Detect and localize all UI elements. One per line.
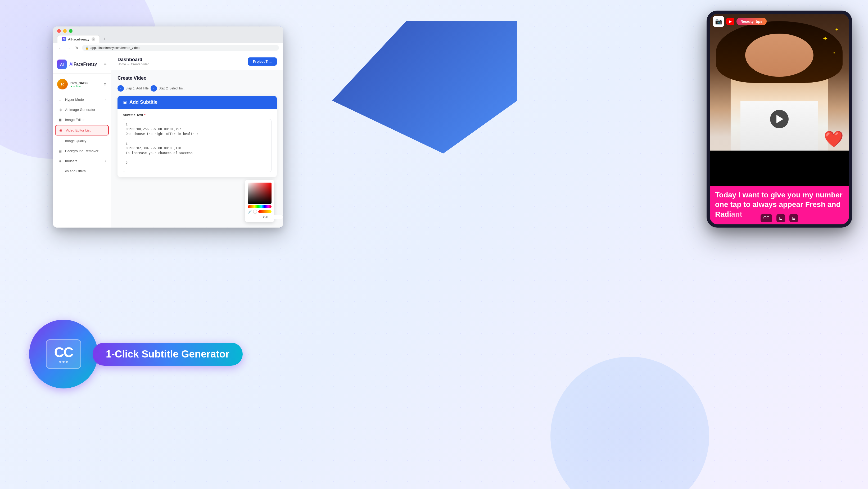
step-1: ✓ Step 1 Add Title: [118, 85, 149, 92]
project-trial-btn[interactable]: Project Tr...: [248, 57, 277, 66]
sidebar-item-ai-image-generator[interactable]: ◎ AI Image Generator: [55, 105, 109, 114]
cc-dot-2: [62, 361, 65, 363]
instagram-icon: 📷: [713, 16, 724, 27]
offers-icon: [58, 169, 62, 173]
caption-toggle-btn[interactable]: CC: [761, 214, 772, 222]
settings-icon[interactable]: ⚙: [103, 82, 107, 86]
logo-area: AI AIFaceFrenzy ✏: [53, 57, 111, 73]
step-2-circle: ✓: [151, 85, 157, 92]
subusers-icon: ◈: [58, 158, 62, 163]
tablet-screen: 📷 ▶ /beauty_tips ✦ ✦ ✦ ❤️ Today I want t…: [710, 14, 849, 224]
sidebar: AI AIFaceFrenzy ✏ R ram_rawat ● online ⚙…: [53, 53, 111, 227]
rgb-inputs-row: G: [248, 215, 272, 219]
logo-brand: AI: [69, 62, 73, 66]
header-info: Dashboard Home → Create Video: [118, 57, 150, 66]
browser-dots: [57, 29, 279, 33]
address-bar[interactable]: 🔒 app.aifacefrenzy.com/create_video: [82, 45, 279, 51]
logo-text: AIFaceFrenzy: [69, 62, 97, 67]
browser-tabs: AI AIFaceFrenzy × +: [57, 35, 279, 43]
subtitle-text-label: Subtitle Text *: [123, 113, 272, 117]
play-button[interactable]: [770, 110, 788, 128]
subtitle-card-header: ▣ Add Subtitle: [118, 96, 277, 109]
sidebar-label-ai-image: AI Image Generator: [65, 108, 95, 112]
subtitle-generator-label: 1-Click Subtitle Generator: [93, 343, 243, 366]
add-subtitle-heading: Add Subtitle: [129, 99, 157, 105]
header-title: Dashboard: [118, 57, 150, 62]
color-alpha-slider[interactable]: [258, 210, 272, 213]
create-video-area: Create Video ✓ Step 1 Add Title ✓: [111, 70, 283, 227]
sidebar-label-offers: es and Offers: [65, 169, 86, 173]
image-quality-icon: □: [58, 139, 62, 143]
main-content: Dashboard Home → Create Video Project Tr…: [111, 53, 283, 227]
share-btn[interactable]: ⊞: [789, 214, 798, 222]
logo-edit-icon[interactable]: ✏: [104, 62, 107, 66]
user-area: R ram_rawat ● online ⚙: [53, 77, 111, 92]
add-subtitle-card: ▣ Add Subtitle Subtitle Text * 1 00:00:0…: [118, 96, 277, 177]
heart-icon: ❤️: [824, 130, 844, 148]
sparkle-2: ✦: [835, 27, 838, 32]
eyedropper-icon[interactable]: 💉: [248, 210, 252, 214]
subtitle-textarea[interactable]: 1 00:00:00,256 --> 00:00:01,792 One choo…: [123, 119, 272, 172]
r-input[interactable]: [248, 215, 283, 219]
forward-btn[interactable]: →: [66, 45, 71, 51]
image-editor-icon: ▣: [58, 117, 62, 122]
cc-badge-container: CC 1-Click Subtitle Generator: [29, 319, 243, 389]
refresh-btn[interactable]: ↻: [74, 45, 80, 51]
sidebar-item-image-quality[interactable]: □ Image Quality: [55, 136, 109, 146]
step-1-sublabel: Add Title: [136, 87, 149, 90]
tablet-header: 📷 ▶ /beauty_tips: [710, 14, 849, 29]
step-2: ✓ Step 2 Select Im...: [151, 85, 185, 92]
tab-favicon: AI: [62, 37, 66, 41]
cc-circle: CC: [29, 319, 98, 389]
step-1-circle: ✓: [118, 85, 124, 92]
dot-close[interactable]: [57, 29, 61, 33]
user-status: ● online: [70, 85, 101, 88]
step-2-sublabel: Select Im...: [169, 87, 185, 90]
subtitle-card-body: Subtitle Text * 1 00:00:00,256 --> 00:00…: [118, 109, 277, 177]
required-marker: *: [144, 113, 146, 117]
lock-icon: 🔒: [85, 46, 89, 50]
cc-inner: CC: [46, 339, 81, 369]
sidebar-item-video-editor[interactable]: ◉ Video Editor List: [55, 125, 109, 135]
cc-icon: ▣: [123, 100, 127, 105]
step-2-check: ✓: [153, 87, 155, 90]
steps-row: ✓ Step 1 Add Title ✓ Step 2 Select Im...: [118, 85, 277, 92]
username: ram_rawat: [70, 81, 101, 85]
tab-close-btn[interactable]: ×: [92, 37, 95, 41]
breadcrumb: Home → Create Video: [118, 62, 150, 66]
cc-dot-1: [59, 361, 61, 363]
active-tab[interactable]: AI AIFaceFrenzy ×: [57, 35, 100, 43]
ai-image-icon: ◎: [58, 107, 62, 112]
cc-dot-3: [66, 361, 68, 363]
hyper-mode-icon: □: [58, 97, 62, 102]
tablet-container: 📷 ▶ /beauty_tips ✦ ✦ ✦ ❤️ Today I want t…: [707, 10, 852, 227]
color-gradient[interactable]: [248, 183, 272, 204]
sidebar-item-subusers[interactable]: ◈ ubusers ›: [55, 156, 109, 166]
step-1-label: Step 1: [125, 87, 135, 90]
color-hue-slider[interactable]: [248, 205, 272, 208]
video-editor-icon: ◉: [58, 128, 63, 132]
play-triangle-icon: [776, 115, 783, 123]
breadcrumb-home: Home: [118, 62, 126, 66]
back-btn[interactable]: ←: [57, 45, 63, 51]
sidebar-item-offers[interactable]: es and Offers: [55, 166, 109, 176]
user-avatar: R: [57, 79, 68, 89]
browser-chrome: AI AIFaceFrenzy × +: [53, 27, 283, 43]
sidebar-item-hyper-mode[interactable]: □ Hyper Mode ›: [55, 95, 109, 104]
sidebar-item-image-editor[interactable]: ▣ Image Editor: [55, 115, 109, 124]
browser-addressbar: ← → ↻ 🔒 app.aifacefrenzy.com/create_vide…: [53, 43, 283, 53]
tab-label: AIFaceFrenzy: [68, 37, 89, 41]
dot-minimize[interactable]: [63, 29, 67, 33]
tablet-frame: 📷 ▶ /beauty_tips ✦ ✦ ✦ ❤️ Today I want t…: [707, 10, 852, 227]
new-tab-btn[interactable]: +: [100, 35, 109, 43]
sidebar-label-video-editor: Video Editor List: [66, 128, 91, 132]
dot-maximize[interactable]: [69, 29, 72, 33]
chevron-icon: ›: [105, 98, 106, 101]
color-swatch[interactable]: [253, 210, 257, 214]
address-text: app.aifacefrenzy.com/create_video: [91, 46, 140, 50]
step-2-label: Step 2: [158, 87, 168, 90]
sidebar-label-hyper-mode: Hyper Mode: [65, 98, 84, 102]
expand-btn[interactable]: ⊡: [776, 214, 785, 222]
sidebar-item-background-remover[interactable]: ▤ Background Remover: [55, 146, 109, 156]
user-info: ram_rawat ● online: [70, 81, 101, 88]
